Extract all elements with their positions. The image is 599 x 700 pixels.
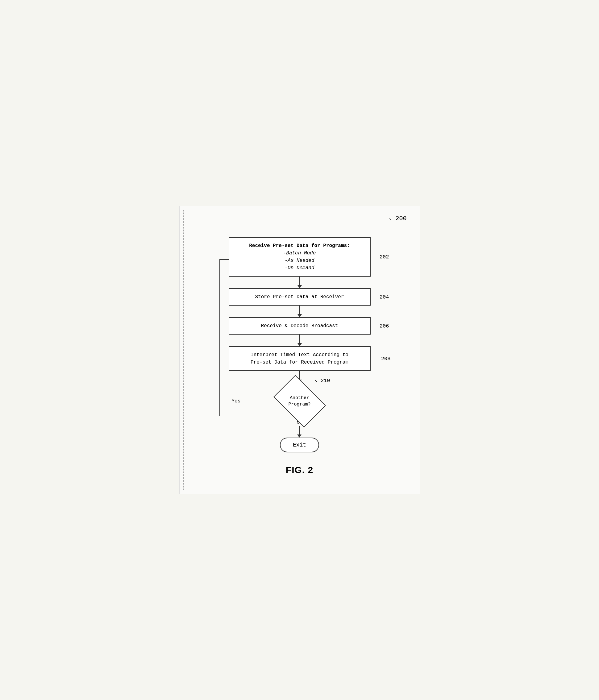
ref-200-label: ↘ 200 (389, 215, 406, 222)
step-202-line-2: -Batch Mode (236, 249, 364, 257)
step-208-line-1: Interpret Timed Text According to (236, 351, 364, 359)
step-202-line-4: -On Demand (236, 264, 364, 272)
diamond-line-2: Program? (288, 401, 310, 408)
step-202-line-1: Receive Pre-set Data for Programs: (236, 242, 364, 249)
step-204-wrapper: Store Pre-set Data at Receiver 204 (229, 288, 370, 306)
step-210-wrapper: ↘ 210 Another Program? Yes (269, 383, 331, 420)
flowchart-diagram: Receive Pre-set Data for Programs: -Batc… (198, 237, 401, 452)
step-208-label: 208 (381, 356, 391, 362)
diamond-text: Another Program? (288, 395, 310, 408)
exit-text: Exit (293, 442, 306, 448)
step-206-text: Receive & Decode Broadcast (236, 322, 364, 330)
step-208-line-2: Pre-set Data for Received Program (236, 359, 364, 366)
step-206-wrapper: Receive & Decode Broadcast 206 (229, 317, 370, 334)
step-202-box: Receive Pre-set Data for Programs: -Batc… (229, 237, 370, 277)
arrow-206-208 (297, 334, 302, 346)
step-206-box: Receive & Decode Broadcast (229, 317, 370, 334)
step-202-wrapper: Receive Pre-set Data for Programs: -Batc… (229, 237, 370, 277)
step-202-line-3: -As Needed (236, 257, 364, 264)
step-208-box: Interpret Timed Text According to Pre-se… (229, 346, 370, 371)
step-202-label: 202 (380, 254, 389, 260)
step-204-text: Store Pre-set Data at Receiver (236, 293, 364, 301)
step-206-label: 206 (380, 323, 389, 329)
yes-label: Yes (232, 398, 241, 404)
exit-box: Exit (280, 438, 319, 452)
arrow-202-204 (297, 277, 302, 288)
step-208-wrapper: Interpret Timed Text According to Pre-se… (229, 346, 370, 371)
page: ↘ 200 Receive Pre-set Data for Programs:… (179, 206, 420, 494)
figure-caption: FIG. 2 (286, 465, 313, 475)
diamond-line-1: Another (288, 395, 310, 401)
step-204-box: Store Pre-set Data at Receiver (229, 288, 370, 306)
arrow-204-206 (297, 306, 302, 317)
step-204-label: 204 (380, 294, 389, 300)
step-210-diamond: Another Program? Yes (269, 383, 331, 420)
